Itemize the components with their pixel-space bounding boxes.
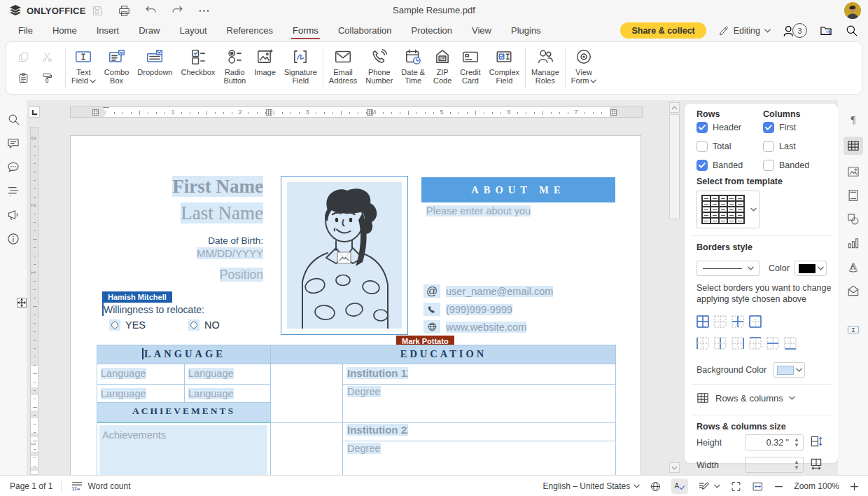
- radio-button-button[interactable]: Radio Button: [219, 42, 250, 85]
- phone-number-button[interactable]: Phone Number: [361, 42, 397, 85]
- sidebar-search[interactable]: [7, 113, 20, 127]
- header-footer-settings[interactable]: [844, 188, 863, 202]
- background-color-dropdown[interactable]: [773, 362, 805, 378]
- textart-settings[interactable]: A: [844, 260, 863, 274]
- tab-protection[interactable]: Protection: [401, 21, 462, 40]
- tab-view[interactable]: View: [462, 21, 501, 40]
- complex-field-button[interactable]: Complex Field: [485, 42, 524, 85]
- website-row[interactable]: www.website.com: [424, 320, 526, 333]
- border-center-v-button[interactable]: [713, 336, 728, 351]
- tab-references[interactable]: References: [217, 21, 283, 40]
- sidebar-about[interactable]: [6, 232, 20, 246]
- dob-field[interactable]: MM/DD/YYYY: [197, 247, 263, 259]
- border-outer-button[interactable]: [748, 314, 763, 329]
- share-folder-icon[interactable]: [819, 24, 833, 38]
- copy-style-button[interactable]: [41, 72, 54, 84]
- fit-width-button[interactable]: [752, 481, 764, 492]
- photo-placeholder[interactable]: [281, 176, 408, 335]
- width-spinner[interactable]: ▲▼: [745, 457, 804, 473]
- distribute-rows-icon[interactable]: [809, 434, 823, 448]
- dropdown-button[interactable]: Dropdown: [133, 42, 176, 76]
- tab-draw[interactable]: Draw: [129, 21, 169, 40]
- degree-field-2[interactable]: Degree: [347, 443, 381, 454]
- text-field-button[interactable]: Text Field: [67, 42, 100, 85]
- manage-roles-button[interactable]: Manage Roles: [527, 42, 564, 85]
- first-name-field[interactable]: First Name: [172, 177, 263, 196]
- sidebar-chat[interactable]: [6, 160, 20, 174]
- border-bottom-button[interactable]: [783, 336, 798, 351]
- about-field[interactable]: Please enter about you: [426, 205, 531, 216]
- radio-no-circle[interactable]: [188, 319, 200, 331]
- form-settings[interactable]: [844, 323, 863, 337]
- tab-insert[interactable]: Insert: [87, 21, 130, 40]
- institution-field-1[interactable]: Institution 1: [347, 367, 407, 379]
- set-language-button[interactable]: [650, 481, 662, 492]
- user-avatar[interactable]: [844, 2, 861, 19]
- language-field[interactable]: Language: [101, 368, 146, 379]
- phone-field[interactable]: (999)999-9999: [446, 304, 512, 315]
- radio-yes-circle[interactable]: [109, 319, 120, 331]
- word-count-button[interactable]: 12 Word count: [70, 480, 130, 492]
- vertical-scrollbar[interactable]: [669, 102, 680, 473]
- tab-collaboration[interactable]: Collaboration: [328, 21, 402, 40]
- border-style-dropdown[interactable]: [696, 261, 760, 276]
- paste-button[interactable]: [18, 72, 30, 84]
- border-none-button[interactable]: [713, 314, 728, 329]
- institution-field-2[interactable]: Institution 2: [347, 424, 407, 436]
- sidebar-comments[interactable]: [6, 137, 20, 151]
- tab-layout[interactable]: Layout: [170, 21, 217, 40]
- chart-settings[interactable]: [844, 236, 863, 250]
- radio-no[interactable]: NO: [188, 319, 220, 331]
- date-time-button[interactable]: Date & Time: [397, 42, 429, 85]
- border-center-h-button[interactable]: [765, 336, 780, 351]
- signature-field-button[interactable]: Signature Field: [280, 42, 321, 85]
- paragraph-settings[interactable]: ¶: [844, 113, 863, 127]
- tab-home[interactable]: Home: [43, 21, 87, 40]
- checkbox-button[interactable]: Checkbox: [176, 42, 219, 76]
- fit-page-button[interactable]: [730, 481, 742, 492]
- radio-yes[interactable]: YES: [109, 319, 146, 331]
- shape-settings[interactable]: [844, 212, 863, 226]
- credit-card-button[interactable]: Credit Card: [456, 42, 484, 85]
- language-field[interactable]: Language: [188, 368, 234, 379]
- position-field[interactable]: Position: [220, 268, 263, 282]
- spell-check-button[interactable]: A: [671, 478, 688, 494]
- phone-row[interactable]: (999)999-9999: [424, 303, 512, 316]
- sidebar-navigation[interactable]: [6, 184, 20, 198]
- border-left-button[interactable]: [695, 336, 710, 351]
- website-field[interactable]: www.website.com: [446, 322, 526, 333]
- tab-forms[interactable]: Forms: [283, 21, 328, 40]
- achievements-field[interactable]: Achievements: [102, 429, 166, 441]
- tab-plugins[interactable]: Plugins: [501, 21, 551, 40]
- share-collect-button[interactable]: Share & collect: [620, 22, 706, 39]
- horizontal-ruler[interactable]: 1234567: [70, 106, 643, 118]
- zip-code-button[interactable]: ZIPZIP Code: [429, 42, 456, 85]
- email-field[interactable]: user_name@email.com: [446, 286, 553, 297]
- image-settings[interactable]: [844, 165, 863, 179]
- page-indicator[interactable]: Page 1 of 1: [10, 481, 52, 491]
- combo-box-button[interactable]: Combo Box: [100, 42, 133, 85]
- scroll-up-button[interactable]: [669, 102, 680, 113]
- table-move-handle[interactable]: [17, 298, 27, 308]
- table-settings[interactable]: [844, 137, 863, 155]
- sidebar-feedback[interactable]: [6, 208, 20, 222]
- rows-banded-checkbox[interactable]: Banded: [696, 160, 743, 171]
- language-field[interactable]: Language: [101, 388, 146, 399]
- search-icon[interactable]: [845, 24, 858, 37]
- rows-header-checkbox[interactable]: Header: [696, 122, 741, 133]
- degree-field-1[interactable]: Degree: [347, 386, 381, 397]
- language-field[interactable]: Language: [188, 388, 234, 399]
- email-address-button[interactable]: Email Address: [325, 42, 361, 85]
- border-color-dropdown[interactable]: [794, 261, 827, 276]
- last-name-field[interactable]: Last Name: [181, 203, 263, 223]
- vertical-ruler[interactable]: 3211: [30, 127, 38, 475]
- columns-first-checkbox[interactable]: First: [763, 122, 796, 133]
- email-row[interactable]: @ user_name@email.com: [424, 284, 553, 298]
- border-top-button[interactable]: [748, 336, 763, 351]
- height-spinner[interactable]: 0.32 " ▲▼: [745, 434, 804, 450]
- scrollbar-thumb[interactable]: [669, 114, 680, 219]
- rows-total-checkbox[interactable]: Total: [696, 141, 731, 152]
- scroll-down-button[interactable]: [669, 462, 680, 473]
- distribute-columns-icon[interactable]: [809, 457, 823, 471]
- zoom-out-button[interactable]: [774, 481, 784, 492]
